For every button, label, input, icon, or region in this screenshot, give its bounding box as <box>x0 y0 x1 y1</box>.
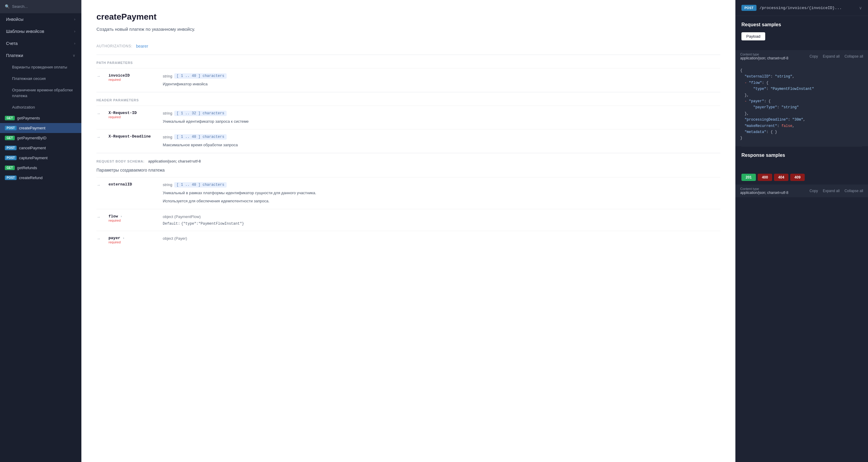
request-content-type-value: application/json; charset=utf-8 <box>740 56 788 60</box>
sidebar-sub-timelimit-label: Ограничение времени обработки платежа <box>12 88 73 98</box>
param-xrequestid-constraint: [ 1 .. 32 ] characters <box>174 111 227 116</box>
sidebar-endpoint-cancelpayment[interactable]: POST cancelPayment <box>0 143 82 153</box>
copy-button[interactable]: Copy <box>809 54 818 58</box>
sidebar-sub-authorization[interactable]: Authorization <box>0 102 82 113</box>
chevron-right-icon: › <box>74 29 75 33</box>
param-payer-type: object (Payer) <box>163 236 187 241</box>
param-payer-required: required <box>108 240 157 244</box>
param-invoiceid-name: invoiceID <box>108 73 157 78</box>
response-content-type-label: Content type <box>740 187 788 191</box>
request-code-block: { "externalID": "string", - "flow": { "t… <box>735 63 868 146</box>
param-flow-default-label: Default: <box>163 222 180 226</box>
resp-tab-409[interactable]: 409 <box>790 174 805 181</box>
param-externalid-desc1: Уникальный в рамках платформы идентифика… <box>163 190 720 196</box>
sidebar-sub-variants-label: Варианты проведения оплаты <box>12 65 67 69</box>
param-flow-default: Default: {"type":"PaymentFlowInstant"} <box>163 221 720 226</box>
param-arrow-icon: → <box>96 111 102 116</box>
param-xrequestdeadline-type-label: string <box>163 135 173 139</box>
param-xrequestid-name: X-Request-ID <box>108 111 157 115</box>
endpoint-method-badge: POST <box>741 5 756 11</box>
sidebar-item-templates[interactable]: Шаблоны инвойсов › <box>0 25 82 37</box>
param-payer: → payer › required object (Payer) <box>96 231 720 249</box>
param-flow-name: flow › <box>108 214 157 219</box>
badge-get-getpayments: GET <box>5 116 15 120</box>
param-arrow-icon: → <box>96 135 102 139</box>
param-flow-required: required <box>108 219 157 222</box>
body-label: REQUEST BODY SCHEMA: <box>96 160 145 163</box>
param-invoiceid-type: string [ 1 .. 40 ] characters <box>163 73 227 79</box>
response-code-header: Content type application/json; charset=u… <box>735 184 868 197</box>
chevron-right-icon: › <box>74 41 75 46</box>
sidebar-item-invoices[interactable]: Инвойсы › <box>0 13 82 25</box>
sidebar-endpoint-getrefunds-label: getRefunds <box>17 166 37 170</box>
sidebar-item-accounts[interactable]: Счета › <box>0 37 82 50</box>
collapse-all-button[interactable]: Collapse all <box>844 54 863 58</box>
param-xrequestdeadline-name: X-Request-Deadline <box>108 134 157 139</box>
sidebar-endpoint-getpayments-label: getPayments <box>17 116 40 120</box>
search-icon: 🔍 <box>5 4 10 9</box>
request-tab-bar: Payload <box>741 32 862 40</box>
expand-all-button[interactable]: Expand all <box>823 54 840 58</box>
sidebar-sub-session-label: Платежная сессия <box>12 76 46 81</box>
sidebar-endpoint-capturepayment[interactable]: POST capturePayment <box>0 153 82 163</box>
sidebar-endpoint-getpayments[interactable]: GET getPayments <box>0 113 82 123</box>
sidebar-item-templates-label: Шаблоны инвойсов <box>6 29 74 34</box>
tab-payload[interactable]: Payload <box>741 32 765 40</box>
param-externalid-name: externalID <box>108 182 157 187</box>
sidebar-endpoint-getrefunds[interactable]: GET getRefunds <box>0 163 82 173</box>
param-invoiceid-constraint: [ 1 .. 40 ] characters <box>174 73 227 79</box>
chevron-right-icon: › <box>74 17 75 21</box>
chevron-down-icon[interactable]: ∨ <box>859 5 862 10</box>
page-description: Создать новый платеж по указанному инвой… <box>96 27 720 32</box>
resp-tab-400[interactable]: 400 <box>758 174 772 181</box>
sidebar-sub-timelimit[interactable]: Ограничение времени обработки платежа <box>0 84 82 101</box>
param-xrequestdeadline-info: string [ 1 .. 40 ] characters Максимальн… <box>163 134 720 148</box>
param-payer-info: object (Payer) <box>163 236 720 242</box>
sidebar-endpoint-getpaymentbyid-label: getPaymentByID <box>17 136 47 140</box>
response-copy-button[interactable]: Copy <box>809 189 818 193</box>
param-xrequestid-required: required <box>108 115 157 119</box>
search-bar[interactable]: 🔍 Search... <box>0 0 82 13</box>
response-expand-all-button[interactable]: Expand all <box>823 189 840 193</box>
sidebar-endpoint-createpayment[interactable]: POST createPayment <box>0 123 82 133</box>
param-arrow-icon: → <box>96 183 102 187</box>
main-content: createPayment Создать новый платеж по ук… <box>82 0 735 462</box>
sidebar-item-accounts-label: Счета <box>6 41 74 46</box>
sidebar-sub-authorization-label: Authorization <box>12 105 35 110</box>
param-invoiceid-type-label: string <box>163 74 173 79</box>
sidebar-item-payments[interactable]: Платежи ∨ <box>0 50 82 61</box>
param-flow-type-label: object (PaymentFlow) <box>163 214 201 219</box>
response-collapse-all-button[interactable]: Collapse all <box>844 189 863 193</box>
body-desc: Параметры создаваемого платежа <box>96 167 720 173</box>
param-externalid-desc2: Используется для обеспечения идемпотентн… <box>163 198 720 204</box>
param-invoiceid-required: required <box>108 78 157 81</box>
response-samples-title: Response samples <box>741 152 862 158</box>
sidebar-item-payments-label: Платежи <box>6 53 73 58</box>
param-invoiceid: → invoiceID required string [ 1 .. 40 ] … <box>96 68 720 92</box>
response-tab-bar: 201 400 404 409 <box>735 169 868 181</box>
request-samples-section: Request samples Payload <box>735 16 868 50</box>
param-flow: → flow › required object (PaymentFlow) D… <box>96 209 720 231</box>
sidebar-item-invoices-label: Инвойсы <box>6 17 74 22</box>
sidebar-endpoint-getpaymentbyid[interactable]: GET getPaymentByID <box>0 133 82 143</box>
param-externalid-constraint: [ 1 .. 40 ] characters <box>174 182 227 187</box>
sidebar-endpoint-createrefund[interactable]: POST createRefund <box>0 173 82 183</box>
search-label: Search... <box>12 4 28 9</box>
sidebar-sub-session[interactable]: Платежная сессия <box>0 73 82 84</box>
path-params-section-label: PATH PARAMETERS <box>96 55 720 64</box>
resp-tab-404[interactable]: 404 <box>774 174 788 181</box>
param-xrequestid-desc: Уникальный идентификатор запроса к систе… <box>163 118 720 124</box>
badge-post-createpayment: POST <box>5 126 17 130</box>
request-content-type: Content type application/json; charset=u… <box>740 53 788 60</box>
param-xrequestdeadline-desc: Максимальное время обработки запроса <box>163 142 720 148</box>
request-code-actions: Copy Expand all Collapse all <box>809 54 863 58</box>
sidebar-sub-variants[interactable]: Варианты проведения оплаты <box>0 61 82 73</box>
auth-link[interactable]: bearer <box>136 44 148 49</box>
badge-post-createrefund: POST <box>5 175 17 180</box>
chevron-down-icon: ∨ <box>73 53 75 58</box>
sidebar-endpoint-createpayment-label: createPayment <box>19 126 45 130</box>
resp-tab-201[interactable]: 201 <box>741 174 756 181</box>
sidebar-endpoint-cancelpayment-label: cancelPayment <box>19 146 46 150</box>
request-code-header: Content type application/json; charset=u… <box>735 50 868 63</box>
param-externalid-type-label: string <box>163 182 173 187</box>
